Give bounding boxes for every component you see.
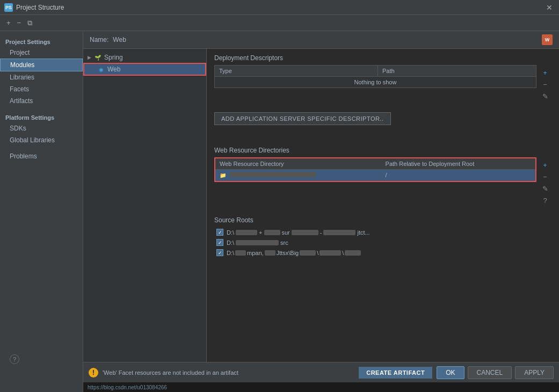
app-icon: PS	[4, 3, 13, 12]
wrd-cell-path: /	[381, 170, 535, 181]
platform-settings-header: Platform Settings	[0, 111, 83, 122]
deployment-descriptors-section: Deployment Descriptors Type Path	[214, 54, 551, 104]
window-title: Project Structure	[16, 4, 544, 11]
tree-panel: ▶ 🌱 Spring ◉ Web	[83, 49, 207, 362]
source-roots-section: Source Roots ✓ D:\ + sur - jtct...	[214, 216, 551, 258]
dd-remove-button[interactable]: −	[540, 79, 550, 90]
sidebar-item-problems[interactable]: Problems	[0, 150, 83, 162]
dd-edit-button[interactable]: ✎	[540, 91, 550, 101]
toolbar: + − ⧉	[0, 15, 559, 31]
source-row-0: ✓ D:\ + sur - jtct...	[214, 227, 551, 237]
content-split: ▶ 🌱 Spring ◉ Web Deployment Descriptors	[83, 49, 559, 362]
main-layout: Project Settings Project Modules Librari…	[0, 31, 559, 392]
sidebar-item-sdks[interactable]: SDKs	[0, 122, 83, 134]
wrd-inner-table: Web Resource Directory Path Relative to …	[215, 158, 535, 181]
sidebar-item-libraries[interactable]: Libraries	[0, 71, 83, 83]
wrd-remove-button[interactable]: −	[540, 171, 550, 182]
sidebar: Project Settings Project Modules Librari…	[0, 31, 83, 392]
sidebar-item-project[interactable]: Project	[0, 47, 83, 59]
source-row-1: ✓ D:\ src	[214, 237, 551, 248]
folder-icon: 📁	[220, 172, 226, 179]
detail-panel: Deployment Descriptors Type Path	[207, 49, 559, 362]
app-icon-right: W	[542, 34, 553, 45]
tree-item-spring[interactable]: ▶ 🌱 Spring	[83, 52, 206, 63]
sidebar-item-facets[interactable]: Facets	[0, 83, 83, 95]
url-bar: https://blog.csdn.net/u013084266	[83, 382, 559, 392]
wrd-edit-button[interactable]: ✎	[540, 183, 550, 194]
source-checkbox-1[interactable]: ✓	[216, 239, 223, 246]
source-row-2: ✓ D:\ mpan, Jttsx\Big \ \	[214, 248, 551, 258]
close-button[interactable]: ✕	[544, 3, 555, 12]
spring-icon: 🌱	[94, 54, 101, 61]
bottom-action-buttons: OK CANCEL APPLY	[437, 366, 554, 379]
path-column-header: Path	[377, 66, 536, 77]
copy-button[interactable]: ⧉	[25, 18, 34, 28]
deployment-descriptors-title: Deployment Descriptors	[214, 54, 551, 62]
wrd-title: Web Resource Directories	[214, 147, 551, 154]
wrd-cell-directory: 📁	[215, 170, 381, 181]
nothing-to-show: Nothing to show	[215, 77, 536, 88]
type-column-header: Type	[215, 66, 378, 77]
bottom-bar: ! 'Web' Facet resources are not included…	[83, 362, 559, 382]
sidebar-item-artifacts[interactable]: Artifacts	[0, 95, 83, 107]
dd-side-actions: + − ✎	[539, 65, 551, 104]
source-roots-title: Source Roots	[214, 216, 551, 224]
deployment-descriptors-table: Type Path Nothing to show	[214, 65, 536, 88]
wrd-row[interactable]: 📁 /	[215, 170, 535, 181]
wrd-col-directory: Web Resource Directory	[215, 158, 381, 170]
wrd-side-actions: + − ✎ ?	[539, 157, 551, 208]
source-checkbox-2[interactable]: ✓	[216, 249, 223, 256]
sidebar-item-modules[interactable]: Modules	[0, 59, 83, 71]
help-button[interactable]: ?	[10, 354, 19, 364]
ok-button[interactable]: OK	[437, 366, 464, 379]
web-resource-directories-section: Web Resource Directories Web Resource Di…	[214, 147, 551, 208]
wrd-add-button[interactable]: +	[540, 159, 550, 170]
wrd-table: Web Resource Directory Path Relative to …	[214, 157, 536, 182]
title-bar: PS Project Structure ✕	[0, 0, 559, 15]
tree-item-web[interactable]: ◉ Web	[83, 63, 206, 76]
wrd-help-button[interactable]: ?	[540, 195, 550, 206]
wrd-col-path: Path Relative to Deployment Root	[381, 158, 535, 170]
remove-button[interactable]: −	[15, 18, 24, 28]
url-text: https://blog.csdn.net/u013084266	[88, 384, 167, 390]
cancel-button[interactable]: CANCEL	[468, 366, 512, 379]
dd-add-button[interactable]: +	[540, 67, 550, 78]
add-button[interactable]: +	[4, 18, 13, 28]
name-label: Name:	[90, 36, 108, 43]
module-icon: ◉	[97, 66, 105, 73]
add-descriptor-button[interactable]: ADD APPLICATION SERVER SPECIFIC DESCRIPT…	[214, 112, 391, 125]
create-artifact-button[interactable]: CREATE ARTIFACT	[359, 367, 432, 379]
chevron-right-icon: ▶	[88, 55, 93, 60]
content-topbar: Name: Web W	[83, 31, 559, 49]
project-settings-header: Project Settings	[0, 35, 83, 47]
wrd-table-wrapper: Web Resource Directory Path Relative to …	[214, 157, 551, 208]
warning-icon: !	[89, 368, 98, 378]
apply-button[interactable]: APPLY	[515, 366, 554, 379]
source-checkbox-0[interactable]: ✓	[216, 229, 223, 236]
sidebar-item-global-libraries[interactable]: Global Libraries	[0, 134, 83, 146]
name-value: Web	[113, 36, 126, 43]
content-area: Name: Web W ▶ 🌱 Spring ◉ Web	[83, 31, 559, 392]
warning-text: 'Web' Facet resources are not included i…	[103, 369, 354, 376]
